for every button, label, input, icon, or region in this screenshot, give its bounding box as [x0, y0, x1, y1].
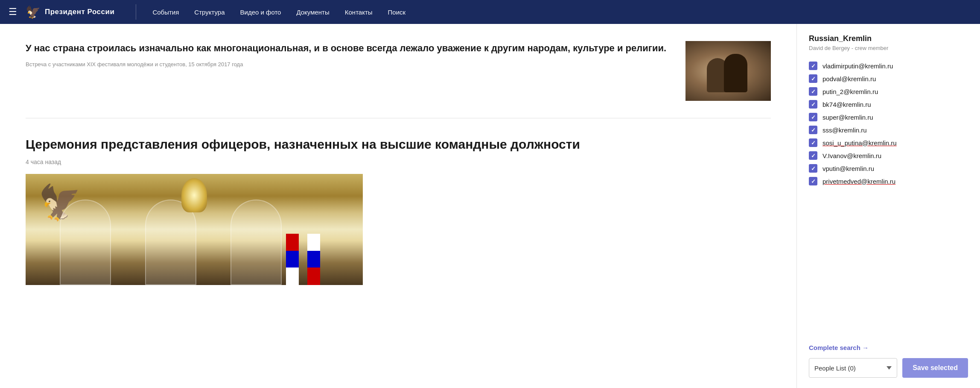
- email-item-3[interactable]: ✓ bk74@kremlin.ru: [809, 100, 968, 109]
- email-checkbox-2[interactable]: ✓: [809, 87, 817, 96]
- checkmark-icon-0: ✓: [811, 63, 816, 69]
- email-address-4: super@kremlin.ru: [822, 114, 873, 121]
- nav-link-structure[interactable]: Структура: [187, 0, 232, 24]
- email-checkbox-9[interactable]: ✓: [809, 177, 817, 185]
- email-address-6: sosi_u_putina@kremlin.ru: [822, 139, 897, 147]
- article-1-caption: Встреча с участниками XIX фестиваля моло…: [26, 61, 668, 68]
- article-1-text: У нас страна строилась изначально как мн…: [26, 41, 668, 101]
- eagle-icon: 🦅: [26, 5, 41, 19]
- email-checkbox-7[interactable]: ✓: [809, 151, 817, 160]
- nav-links: События Структура Видео и фото Документы…: [145, 0, 413, 24]
- email-address-3: bk74@kremlin.ru: [822, 101, 871, 108]
- email-checkbox-6[interactable]: ✓: [809, 138, 817, 147]
- site-logo: 🦅 Президент России: [26, 5, 114, 19]
- email-checkbox-4[interactable]: ✓: [809, 113, 817, 121]
- arch-1: [60, 200, 111, 285]
- nav-link-search[interactable]: Поиск: [380, 0, 414, 24]
- flag-2: [307, 234, 320, 285]
- email-address-1: podval@kremlin.ru: [822, 75, 876, 82]
- panel-footer: People List (0) People List (1) New List…: [809, 358, 968, 378]
- flag-1: [286, 234, 299, 285]
- site-title: Президент России: [45, 8, 114, 16]
- nav-link-events[interactable]: События: [145, 0, 187, 24]
- complete-search-link[interactable]: Complete search →: [809, 344, 968, 351]
- checkmark-icon-2: ✓: [811, 88, 816, 95]
- hamburger-icon[interactable]: ☰: [9, 6, 17, 18]
- email-address-5: sss@kremlin.ru: [822, 126, 867, 134]
- email-item-0[interactable]: ✓ vladimirputin@kremlin.ru: [809, 62, 968, 70]
- article-2-title: Церемония представления офицеров, назнач…: [26, 135, 771, 153]
- nav-link-docs[interactable]: Документы: [289, 0, 337, 24]
- email-item-5[interactable]: ✓ sss@kremlin.ru: [809, 126, 968, 134]
- article-1-quote: У нас страна строилась изначально как мн…: [26, 41, 668, 55]
- checkmark-icon-4: ✓: [811, 114, 816, 121]
- checkmark-icon-7: ✓: [811, 153, 816, 159]
- nav-link-video[interactable]: Видео и фото: [233, 0, 289, 24]
- email-checkbox-3[interactable]: ✓: [809, 100, 817, 109]
- article-2-image: 🦅: [26, 174, 363, 285]
- right-panel: Russian_Kremlin David de Bergey - crew m…: [796, 24, 980, 388]
- email-item-7[interactable]: ✓ V.Ivanov@kremlin.ru: [809, 151, 968, 160]
- email-address-7: V.Ivanov@kremlin.ru: [822, 152, 881, 159]
- article-2-time: 4 часа назад: [26, 159, 771, 165]
- email-checkbox-5[interactable]: ✓: [809, 126, 817, 134]
- figure2: [724, 54, 747, 92]
- checkmark-icon-3: ✓: [811, 101, 816, 108]
- checkmark-icon-6: ✓: [811, 140, 816, 146]
- email-item-9[interactable]: ✓ privetmedved@kremlin.ru: [809, 177, 968, 185]
- nav-bar: ☰ 🦅 Президент России События Структура В…: [0, 0, 980, 24]
- email-item-6[interactable]: ✓ sosi_u_putina@kremlin.ru: [809, 138, 968, 147]
- article-1-image-inner: [685, 41, 771, 101]
- panel-title: Russian_Kremlin: [809, 34, 968, 43]
- email-item-2[interactable]: ✓ putin_2@kremlin.ru: [809, 87, 968, 96]
- article-1: У нас страна строилась изначально как мн…: [26, 41, 771, 118]
- website-content: У нас страна строилась изначально как мн…: [0, 24, 796, 388]
- email-address-2: putin_2@kremlin.ru: [822, 88, 878, 95]
- arch-2: [145, 200, 196, 285]
- email-list: ✓ vladimirputin@kremlin.ru ✓ podval@krem…: [809, 62, 968, 337]
- email-item-8[interactable]: ✓ vputin@kremlin.ru: [809, 164, 968, 173]
- nav-separator: [136, 4, 136, 20]
- article-2: Церемония представления офицеров, назнач…: [26, 135, 771, 285]
- email-checkbox-8[interactable]: ✓: [809, 164, 817, 173]
- panel-subtitle: David de Bergey - crew member: [809, 45, 968, 51]
- checkmark-icon-9: ✓: [811, 178, 816, 185]
- checkmark-icon-1: ✓: [811, 76, 816, 82]
- people-list-select[interactable]: People List (0) People List (1) New List: [809, 358, 897, 378]
- email-item-4[interactable]: ✓ super@kremlin.ru: [809, 113, 968, 121]
- checkmark-icon-5: ✓: [811, 127, 816, 133]
- chandelier-decoration: [181, 178, 207, 212]
- article-1-image: [685, 41, 771, 101]
- email-address-9: privetmedved@kremlin.ru: [822, 178, 895, 185]
- checkmark-icon-8: ✓: [811, 165, 816, 172]
- arch-3: [230, 200, 282, 285]
- email-address-8: vputin@kremlin.ru: [822, 165, 874, 172]
- email-checkbox-0[interactable]: ✓: [809, 62, 817, 70]
- email-checkbox-1[interactable]: ✓: [809, 74, 817, 83]
- save-selected-button[interactable]: Save selected: [902, 358, 968, 378]
- content-area: У нас страна строилась изначально как мн…: [0, 24, 980, 388]
- nav-link-contacts[interactable]: Контакты: [337, 0, 380, 24]
- email-item-1[interactable]: ✓ podval@kremlin.ru: [809, 74, 968, 83]
- email-address-0: vladimirputin@kremlin.ru: [822, 62, 893, 70]
